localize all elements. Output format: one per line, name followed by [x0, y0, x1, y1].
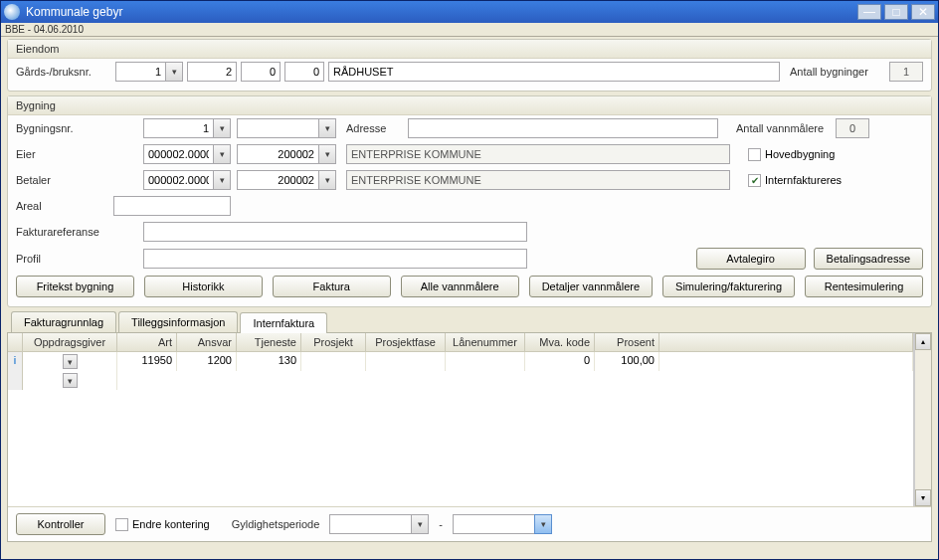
tab-tilleggsinformasjon[interactable]: Tilleggsinformasjon — [118, 311, 238, 332]
fnr-input[interactable] — [241, 62, 281, 82]
col-art[interactable]: Art — [117, 333, 177, 352]
endre-kontering-checkbox[interactable]: Endre kontering — [115, 518, 210, 531]
betaler-nr-combo[interactable]: ▾ — [237, 170, 336, 190]
cell-prosent[interactable]: 100,00 — [595, 352, 659, 371]
grid-row[interactable]: ▾ — [8, 371, 913, 390]
betaler-label: Betaler — [16, 174, 143, 186]
oppdragsgiver-dropdown[interactable]: ▾ — [63, 373, 78, 388]
internfaktura-grid: Oppdragsgiver Art Ansvar Tjeneste Prosje… — [8, 333, 931, 506]
chevron-down-icon[interactable]: ▾ — [213, 144, 231, 164]
antall-vannmalere-label: Antall vannmålere — [736, 122, 836, 134]
gyldighet-from-combo[interactable]: ▾ — [329, 514, 429, 534]
eiendom-header: Eiendom — [8, 40, 931, 59]
historikk-button[interactable]: Historikk — [144, 276, 263, 297]
bygning-sub-combo[interactable]: ▾ — [237, 118, 336, 138]
col-lanenummer[interactable]: Lånenummer — [446, 333, 525, 352]
antall-bygninger-label: Antall bygninger — [790, 66, 889, 78]
snr-input[interactable] — [284, 62, 324, 82]
chevron-down-icon[interactable]: ▾ — [213, 118, 231, 138]
grid-header-row: Oppdragsgiver Art Ansvar Tjeneste Prosje… — [8, 333, 913, 352]
chevron-down-icon[interactable]: ▾ — [318, 118, 336, 138]
bnr-input[interactable] — [187, 62, 237, 82]
gyldighet-to-combo[interactable]: ▾ — [453, 514, 552, 534]
close-button[interactable]: ✕ — [911, 4, 935, 20]
sub-header: BBE - 04.06.2010 — [1, 23, 938, 37]
rentesimulering-button[interactable]: Rentesimulering — [805, 276, 923, 297]
grid-row[interactable]: i ▾ 11950 1200 130 0 100,00 — [8, 352, 913, 371]
gards-bruksnr-label: Gårds-/bruksnr. — [16, 66, 115, 78]
internfaktureres-label: Internfaktureres — [765, 174, 842, 186]
chevron-down-icon[interactable]: ▾ — [534, 514, 552, 534]
chevron-down-icon[interactable]: ▾ — [213, 170, 231, 190]
col-prosjektfase[interactable]: Prosjektfase — [366, 333, 446, 352]
kontroller-button[interactable]: Kontroller — [16, 513, 105, 535]
betalingsadresse-button[interactable]: Betalingsadresse — [814, 248, 923, 270]
eier-navn: ENTERPRISE KOMMUNE — [346, 144, 730, 164]
minimize-button[interactable]: — — [857, 4, 881, 20]
oppdragsgiver-dropdown[interactable]: ▾ — [63, 354, 78, 369]
eiendom-navn-input[interactable] — [328, 62, 780, 82]
scroll-down-icon[interactable]: ▾ — [915, 489, 931, 506]
chevron-down-icon[interactable]: ▾ — [318, 170, 336, 190]
cell-tjeneste[interactable]: 130 — [237, 352, 301, 371]
detaljer-vannmalere-button[interactable]: Detaljer vannmålere — [529, 276, 653, 297]
adresse-input[interactable] — [408, 118, 718, 138]
cell-ansvar[interactable]: 1200 — [177, 352, 237, 371]
gards-combo[interactable]: ▾ — [115, 62, 183, 82]
fakturaref-label: Fakturareferanse — [16, 226, 143, 238]
antall-vannmalere-value: 0 — [836, 118, 869, 138]
adresse-label: Adresse — [346, 122, 408, 134]
tab-strip: Fakturagrunnlag Tilleggsinformasjon Inte… — [7, 311, 932, 333]
endre-kontering-label: Endre kontering — [132, 518, 210, 530]
areal-input[interactable] — [113, 196, 231, 216]
profil-label: Profil — [16, 253, 143, 265]
tab-internfaktura[interactable]: Internfaktura — [240, 312, 327, 333]
app-icon — [4, 4, 20, 20]
eier-nr-combo[interactable]: ▾ — [237, 144, 336, 164]
cell-lanenummer[interactable] — [446, 352, 525, 371]
cell-prosjektfase[interactable] — [366, 352, 446, 371]
faktura-button[interactable]: Faktura — [273, 276, 391, 297]
vertical-scrollbar[interactable]: ▴ ▾ — [914, 333, 931, 506]
antall-bygninger-value: 1 — [889, 62, 923, 82]
col-ansvar[interactable]: Ansvar — [177, 333, 237, 352]
avtalegiro-button[interactable]: Avtalegiro — [696, 248, 806, 270]
tab-fakturagrunnlag[interactable]: Fakturagrunnlag — [11, 311, 116, 332]
maximize-button[interactable]: □ — [884, 4, 908, 20]
eier-label: Eier — [16, 148, 143, 160]
eier-id-combo[interactable]: ▾ — [143, 144, 231, 164]
chevron-down-icon[interactable]: ▾ — [411, 514, 429, 534]
col-prosjekt[interactable]: Prosjekt — [301, 333, 366, 352]
col-mva-kode[interactable]: Mva. kode — [525, 333, 595, 352]
internfaktureres-checkbox[interactable]: ✔Internfaktureres — [748, 174, 842, 187]
cell-art[interactable]: 11950 — [117, 352, 177, 371]
col-prosent[interactable]: Prosent — [595, 333, 659, 352]
scroll-up-icon[interactable]: ▴ — [915, 333, 931, 350]
bygning-section: Bygning Bygningsnr. ▾ ▾ Adresse Antall v… — [7, 95, 932, 307]
betaler-id-combo[interactable]: ▾ — [143, 170, 231, 190]
hovedbygning-checkbox[interactable]: Hovedbygning — [748, 148, 835, 161]
bygning-header: Bygning — [8, 96, 931, 115]
col-oppdragsgiver[interactable]: Oppdragsgiver — [23, 333, 117, 352]
gyldighetsperiode-label: Gyldighetsperiode — [232, 518, 320, 530]
col-tjeneste[interactable]: Tjeneste — [237, 333, 301, 352]
bygningsnr-label: Bygningsnr. — [16, 122, 143, 134]
simulering-fakturering-button[interactable]: Simulering/fakturering — [662, 276, 795, 297]
chevron-down-icon[interactable]: ▾ — [318, 144, 336, 164]
cell-prosjekt[interactable] — [301, 352, 366, 371]
profil-input[interactable] — [143, 249, 527, 269]
cell-mva[interactable]: 0 — [525, 352, 595, 371]
bygningsnr-combo[interactable]: ▾ — [143, 118, 231, 138]
window-title: Kommunale gebyr — [26, 5, 857, 19]
fakturaref-input[interactable] — [143, 222, 527, 242]
hovedbygning-label: Hovedbygning — [765, 148, 835, 160]
internfaktura-pane: Oppdragsgiver Art Ansvar Tjeneste Prosje… — [7, 333, 932, 542]
fritekst-bygning-button[interactable]: Fritekst bygning — [16, 276, 134, 297]
eiendom-section: Eiendom Gårds-/bruksnr. ▾ Antall bygning… — [7, 39, 932, 92]
alle-vannmalere-button[interactable]: Alle vannmålere — [401, 276, 519, 297]
chevron-down-icon[interactable]: ▾ — [165, 62, 183, 82]
areal-label: Areal — [16, 200, 113, 212]
betaler-navn: ENTERPRISE KOMMUNE — [346, 170, 730, 190]
